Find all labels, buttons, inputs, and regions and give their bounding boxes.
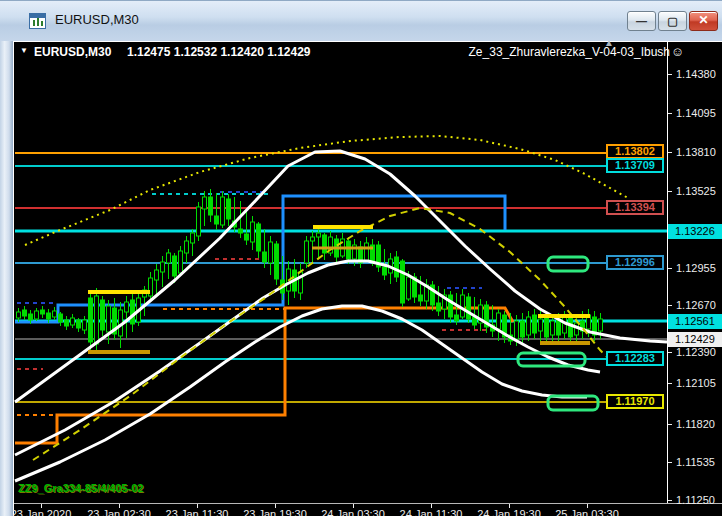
candle-body [305, 241, 309, 263]
price-tick-mark [668, 268, 672, 269]
candle-body [179, 251, 183, 273]
candle-body [173, 256, 177, 276]
price-line-label[interactable]: 1.13394 [606, 200, 664, 215]
price-tick-label: 1.12955 [676, 262, 716, 274]
candle-body [401, 261, 405, 303]
candle-body [323, 235, 327, 253]
candle-body [71, 318, 75, 325]
price-axis-tag: 1.12429 [668, 332, 722, 347]
candle-body [59, 314, 63, 322]
candle-body [35, 311, 39, 319]
price-tick-mark [668, 113, 672, 114]
candle-body [23, 310, 27, 316]
price-tick-mark [668, 424, 672, 425]
candle-body [185, 241, 189, 253]
title-bar[interactable]: EURUSD,M30 — ▢ ✕ [0, 0, 722, 41]
candle-body [167, 253, 171, 263]
indicator-name-label: Ze_33_Zhuravlerezka_V-04-03_Ibush [469, 45, 670, 59]
candle-body [41, 310, 45, 314]
candle-body [533, 315, 537, 333]
price-tick-label: 1.13810 [676, 146, 716, 158]
chart-header: ▼ EURUSD,M30 1.12475 1.12532 1.12420 1.1… [14, 42, 722, 62]
candle-body [461, 295, 465, 317]
candle-body [131, 300, 135, 324]
candle-body [497, 313, 501, 329]
candle-body [209, 197, 213, 215]
candle-body [383, 267, 387, 275]
candle-body [107, 306, 111, 332]
price-tick-label: 1.13525 [676, 185, 716, 197]
price-tick-label: 1.12105 [676, 377, 716, 389]
price-tick-label: 1.11535 [676, 456, 715, 468]
candle-body [347, 241, 351, 259]
candle-body [83, 320, 87, 330]
candle-body [251, 222, 255, 242]
indicator-version-label: ZZ9_Gra334-85/4/405-02 [18, 482, 143, 494]
price-line-label[interactable]: 1.11970 [606, 394, 664, 409]
chart-window-icon [29, 13, 46, 29]
candle-body [155, 270, 159, 280]
candle-body [47, 313, 51, 319]
minimize-button[interactable]: — [627, 11, 656, 31]
time-tick-label: 25 Jan 03:30 [555, 508, 619, 516]
price-tick-label: 1.12390 [676, 346, 716, 358]
candle-body [317, 233, 321, 237]
price-tick-mark [668, 462, 672, 463]
price-tick-mark [668, 152, 672, 153]
price-tick-label: 1.14095 [676, 107, 716, 119]
candle-body [449, 295, 453, 317]
candle-body [239, 229, 243, 233]
candle-body [101, 300, 105, 330]
candle-body [89, 298, 93, 342]
candle-body [395, 257, 399, 277]
candle-body [275, 244, 279, 279]
candle-body [203, 197, 207, 209]
candle-body [515, 321, 519, 339]
candle-body [311, 237, 315, 241]
candle-body [263, 252, 267, 262]
price-tick-mark [668, 191, 672, 192]
price-line-label[interactable]: 1.13709 [606, 158, 664, 173]
candle-body [77, 320, 81, 328]
price-line-label[interactable]: 1.13802 [606, 144, 664, 159]
symbol-timeframe-label: EURUSD,M30 [34, 45, 111, 59]
candle-body [407, 277, 411, 299]
price-tick-mark [668, 500, 672, 501]
price-tick-mark [668, 352, 672, 353]
price-tick-mark [668, 74, 672, 75]
candle-body [95, 296, 99, 344]
candle-body [269, 242, 273, 263]
candle-body [191, 233, 195, 243]
candle-body [29, 314, 33, 320]
time-tick-label: 23 Jan 02:30 [87, 508, 151, 516]
window-left-border [0, 41, 13, 516]
candle-body [65, 320, 69, 326]
price-line-label[interactable]: 1.12283 [606, 351, 664, 366]
application-window: EURUSD,M30 — ▢ ✕ ▼ EURUSD,M30 1.12475 1.… [0, 0, 722, 516]
candle-body [125, 302, 129, 312]
price-line-label[interactable]: 1.12996 [606, 255, 664, 270]
candle-body [53, 311, 57, 317]
time-tick-label: 23 Jan 2020 [11, 508, 72, 516]
candle-body [227, 199, 231, 219]
time-tick-label: 24 Jan 03:30 [321, 508, 385, 516]
price-axis[interactable]: 1.143801.140951.138101.135251.129551.126… [668, 42, 722, 503]
time-tick-label: 24 Jan 19:30 [477, 508, 541, 516]
candle-body [17, 312, 21, 318]
time-tick-label: 23 Jan 19:30 [243, 508, 307, 516]
candle-body [437, 303, 441, 311]
window-title: EURUSD,M30 [55, 12, 139, 27]
candle-body [539, 319, 543, 331]
candle-body [245, 234, 249, 240]
collapse-arrow-icon[interactable]: ▼ [20, 46, 28, 55]
candle-body [563, 317, 567, 333]
candle-body [467, 297, 471, 319]
smiley-icon: ☺ [671, 44, 684, 59]
time-axis[interactable]: 23 Jan 202023 Jan 02:3023 Jan 11:3023 Ja… [0, 504, 722, 516]
candle-body [161, 262, 165, 272]
restore-button[interactable]: ▢ [658, 11, 687, 31]
candle-body [197, 207, 201, 236]
candle-body [599, 319, 603, 331]
price-tick-mark [668, 383, 672, 384]
close-button[interactable]: ✕ [689, 11, 718, 31]
